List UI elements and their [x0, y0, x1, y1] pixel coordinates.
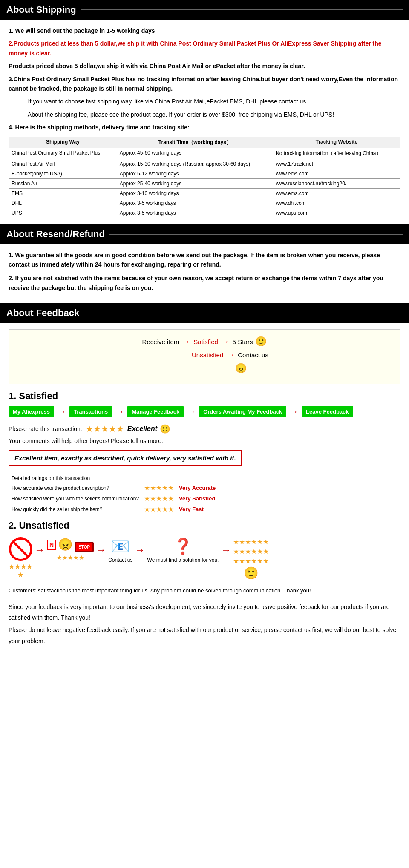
table-header-transit: Transit Time（working days）	[117, 137, 273, 148]
table-cell: www.russianpost.ru/tracking20/	[273, 178, 400, 188]
table-cell: www.17track.net	[273, 159, 400, 169]
rating-label-2: How satisfied were you with the seller's…	[9, 494, 141, 503]
rate-row: Please rate this transaction: ★★★★★ Exce…	[9, 424, 400, 434]
arrow1: →	[182, 337, 190, 346]
shipping-table: Shipping Way Transit Time（working days） …	[9, 137, 400, 218]
shipping-point2: 2.Products priced at less than 5 dollar,…	[9, 39, 400, 58]
customer-note: Customers' satisfaction is the most impo…	[9, 586, 400, 595]
rating-value-2: Very Satisfied	[177, 494, 218, 503]
table-cell: Approx 15-30 working days (Russian: appr…	[117, 159, 273, 169]
step-arrow4: →	[290, 407, 298, 417]
table-cell: www.ups.com	[273, 208, 400, 218]
step-arrow2: →	[115, 407, 124, 417]
satisfied-diag-label: Satisfied	[193, 338, 218, 345]
contact-us-diag-label: Contact us	[238, 351, 268, 359]
shipping-point7: 4. Here is the shipping methods, deliver…	[9, 123, 400, 132]
rating-value-3: Very Fast	[177, 504, 218, 514]
smiley3: 🙂	[160, 424, 170, 434]
resend-point2: 2. If you are not satisfied with the ite…	[9, 273, 400, 293]
table-cell: UPS	[9, 208, 117, 218]
smiley2: 😠	[235, 363, 247, 374]
flow-arrow3: →	[135, 544, 145, 556]
flow-arrow4: →	[221, 544, 231, 556]
resend-section: About Resend/Refund 1. We guarantee all …	[0, 224, 409, 304]
shipping-point4: 3.China Post Ordinary Small Packet Plus …	[9, 75, 400, 94]
smiley1: 🙂	[255, 336, 267, 347]
comment-box: Excellent item, exactly as described, qu…	[9, 450, 242, 466]
step-my-aliexpress[interactable]: My Aliexpress	[9, 406, 54, 417]
table-cell: Approx 25-40 working days	[117, 178, 273, 188]
flow-item-question: ❓ We must find a solution for you.	[147, 537, 219, 563]
table-cell: www.dhl.com	[273, 198, 400, 208]
shipping-point3: Products priced above 5 dollar,we ship i…	[9, 61, 400, 71]
shipping-title: About Shipping	[6, 4, 76, 15]
feedback-title: About Feedback	[6, 308, 79, 319]
unsatisfied-subtitle: 2. Unsatisfied	[9, 520, 400, 531]
table-cell: China Post Ordinary Small Packet Plus	[9, 148, 117, 159]
table-header-tracking: Tracking Website	[273, 137, 400, 148]
table-cell: Approx 5-12 working days	[117, 169, 273, 178]
resend-header: About Resend/Refund	[0, 224, 409, 244]
steps-row: My Aliexpress → Transactions → Manage Fe…	[9, 406, 400, 417]
table-cell: Approx 3-5 working days	[117, 208, 273, 218]
step-transactions[interactable]: Transactions	[69, 406, 112, 417]
flow-arrow2: →	[96, 544, 106, 556]
table-cell: EMS	[9, 188, 117, 198]
contact-us-label: Contact us	[108, 557, 132, 563]
solution-label: We must find a solution for you.	[147, 557, 219, 563]
table-cell: Approx 3-5 working days	[117, 198, 273, 208]
table-cell: DHL	[9, 198, 117, 208]
feedback-section: About Feedback Receive item → Satisfied …	[0, 303, 409, 659]
table-cell: Approx 3-10 working days	[117, 188, 273, 198]
table-header-way: Shipping Way	[9, 137, 117, 148]
table-cell: Approx 45-60 working days	[117, 148, 273, 159]
rating-stars-1: ★★★★★	[142, 483, 176, 493]
rating-stars-2: ★★★★★	[142, 494, 176, 503]
five-stars-label: 5 Stars	[233, 338, 253, 345]
step-orders-awaiting[interactable]: Orders Awaiting My Feedback	[199, 406, 286, 417]
feedback-diagram: Receive item → Satisfied → 5 Stars 🙂 Uns…	[9, 329, 400, 384]
rate-stars: ★★★★★	[86, 424, 124, 434]
satisfied-section: 1. Satisfied My Aliexpress → Transaction…	[9, 391, 400, 515]
rating-stars-3: ★★★★★	[142, 504, 176, 514]
important-notes: Since your feedback is very important to…	[9, 602, 400, 647]
step-leave-feedback[interactable]: Leave Feedback	[302, 406, 353, 417]
flow-item-email: 📧 Contact us	[108, 537, 132, 563]
flow-item-no: ★★★★★	[9, 537, 32, 579]
resend-point1: 1. We guarantee all the goods are in goo…	[9, 250, 400, 270]
comment-prompt: Your comments will help other buyers! Pl…	[9, 437, 400, 444]
satisfied-subtitle: 1. Satisfied	[9, 391, 400, 402]
flow-item-stars: ★★★★★★★★★★★★★★★★★★ 🙂	[233, 537, 269, 580]
resend-title: About Resend/Refund	[6, 229, 105, 240]
important-note-2: Please do not leave negative feedback ea…	[9, 625, 400, 646]
flow-arrow1: →	[35, 544, 45, 556]
rating-value-1: Very Accurate	[177, 483, 218, 493]
shipping-point6: About the shipping fee, please see the p…	[9, 110, 400, 119]
arrow2: →	[222, 337, 229, 346]
shipping-point5: If you want to choose fast shipping way,…	[9, 97, 400, 106]
rating-label-3: How quickly did the seller ship the item…	[9, 504, 141, 514]
arrow3: →	[227, 351, 234, 359]
excellent-text: Excellent	[127, 425, 157, 433]
important-note-1: Since your feedback is very important to…	[9, 602, 400, 623]
rate-text: Please rate this transaction:	[9, 425, 82, 432]
step-arrow1: →	[58, 407, 66, 417]
shipping-header: About Shipping	[0, 0, 409, 20]
step-arrow3: →	[187, 407, 196, 417]
flow-item-stop: N 😠 STOP ★★★★★	[47, 537, 94, 561]
table-cell: China Post Air Mail	[9, 159, 117, 169]
ratings-table: Detailed ratings on this transaction How…	[9, 474, 219, 515]
table-cell: No tracking information（after leaving Ch…	[273, 148, 400, 159]
table-cell: www.ems.com	[273, 188, 400, 198]
unsatisfied-flow: ★★★★★ → N 😠 STOP ★★★★★ → 📧 Contact us	[9, 537, 400, 580]
detailed-header: Detailed ratings on this transaction	[9, 474, 218, 482]
rating-label-1: How accurate was the product description…	[9, 483, 141, 493]
table-cell: Russian Air	[9, 178, 117, 188]
unsatisfied-section: 2. Unsatisfied ★★★★★ → N	[9, 520, 400, 647]
receive-label: Receive item	[142, 338, 179, 345]
shipping-section: About Shipping 1. We will send out the p…	[0, 0, 409, 224]
unsatisfied-diag-label: Unsatisfied	[192, 351, 223, 359]
table-cell: E-packet(only to USA)	[9, 169, 117, 178]
table-cell: www.ems.com	[273, 169, 400, 178]
step-manage-feedback[interactable]: Manage Feedback	[127, 406, 184, 417]
